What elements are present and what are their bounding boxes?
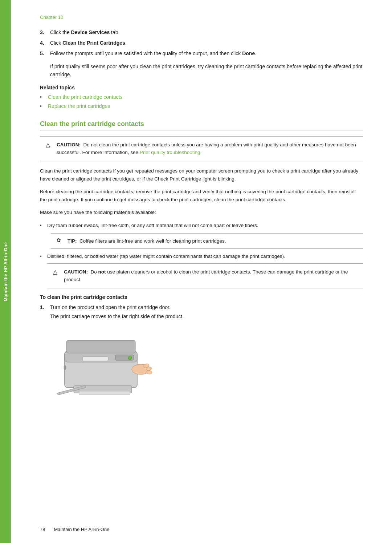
caution-text-2: CAUTION: Do not use platen cleaners or a… <box>64 268 357 284</box>
step-4-text: Click Clean the Print Cartridges. <box>50 39 363 47</box>
step-3-num: 3. <box>40 29 50 36</box>
svg-point-6 <box>128 356 132 360</box>
page-number: 78 <box>40 527 45 532</box>
procedure-step-1-sub: The print carriage moves to the far righ… <box>50 313 184 320</box>
steps-list: 3. Click the Device Services tab. 4. Cli… <box>40 29 363 57</box>
section-rule <box>40 130 363 130</box>
material-item-2: • Distilled, filtered, or bottled water … <box>40 252 363 260</box>
printer-illustration <box>54 329 163 406</box>
caution-box-2: △ CAUTION: Do not use platen cleaners or… <box>47 263 363 288</box>
caution-label-2: CAUTION: <box>64 269 88 275</box>
related-link-1[interactable]: Clean the print cartridge contacts <box>40 93 363 101</box>
procedure-heading: To clean the print cartridge contacts <box>40 294 363 300</box>
caution-not: not <box>98 269 106 275</box>
caution-box-1: △ CAUTION: Do not clean the print cartri… <box>40 136 363 161</box>
tip-label: TIP: <box>68 238 77 244</box>
svg-rect-7 <box>83 357 108 361</box>
material-text-2: Distilled, filtered, or bottled water (t… <box>47 252 285 260</box>
related-link-2[interactable]: Replace the print cartridges <box>40 102 363 110</box>
step-5-num: 5. <box>40 50 50 57</box>
related-topics-heading: Related topics <box>40 85 363 90</box>
step-3-bold: Device Services <box>71 29 110 35</box>
step-3: 3. Click the Device Services tab. <box>40 29 363 36</box>
step-5: 5. Follow the prompts until you are sati… <box>40 50 363 57</box>
step-5-done: Done <box>242 50 255 56</box>
caution-label-1: CAUTION: <box>57 142 81 147</box>
print-quality-link[interactable]: Print quality troubleshooting <box>140 150 200 155</box>
step-3-text: Click the Device Services tab. <box>50 29 363 36</box>
svg-rect-4 <box>79 391 130 395</box>
procedure-step-1-content: Turn on the product and open the print c… <box>50 304 363 320</box>
procedure-step-1: 1. Turn on the product and open the prin… <box>40 304 363 320</box>
caution-icon-1: △ <box>46 141 53 148</box>
svg-rect-13 <box>64 366 66 369</box>
tip-icon: ✿ <box>57 237 64 243</box>
page-footer: 78 Maintain the HP All-in-One <box>40 527 363 532</box>
tip-text: TIP: Coffee filters are lint-free and wo… <box>68 237 226 245</box>
body-para-2: Before cleaning the print cartridge cont… <box>40 188 363 203</box>
follow-up-paragraph: If print quality still seems poor after … <box>50 62 363 79</box>
procedure-step-1-num: 1. <box>40 304 50 320</box>
side-tab-label: Maintain the HP All-in-One <box>3 242 8 301</box>
bullet-1: • <box>40 222 47 230</box>
material-item-1: • Dry foam rubber swabs, lint-free cloth… <box>40 222 363 230</box>
body-para-3: Make sure you have the following materia… <box>40 208 363 216</box>
material-list: • Dry foam rubber swabs, lint-free cloth… <box>40 222 363 288</box>
replace-cartridges-link[interactable]: Replace the print cartridges <box>48 102 110 110</box>
procedure-step-1-text: Turn on the product and open the print c… <box>50 304 171 310</box>
main-content: Chapter 10 3. Click the Device Services … <box>11 0 392 543</box>
svg-rect-2 <box>66 340 135 353</box>
svg-point-11 <box>146 370 152 374</box>
procedure-steps: 1. Turn on the product and open the prin… <box>40 304 363 320</box>
caution-text-1: CAUTION: Do not clean the print cartridg… <box>57 141 357 157</box>
body-para-1: Clean the print cartridge contacts if yo… <box>40 167 363 183</box>
material-text-1: Dry foam rubber swabs, lint-free cloth, … <box>47 222 258 230</box>
side-tab: Maintain the HP All-in-One <box>0 0 11 543</box>
chapter-heading: Chapter 10 <box>40 15 363 20</box>
caution-icon-2: △ <box>53 268 60 275</box>
section-heading: Clean the print cartridge contacts <box>40 120 363 128</box>
tip-box: ✿ TIP: Coffee filters are lint-free and … <box>51 233 363 249</box>
step-4: 4. Click Clean the Print Cartridges. <box>40 39 363 47</box>
footer-text: Maintain the HP All-in-One <box>54 527 109 532</box>
related-topics-list: Clean the print cartridge contacts Repla… <box>40 93 363 110</box>
step-4-num: 4. <box>40 39 50 47</box>
step-5-text: Follow the prompts until you are satisfi… <box>50 50 363 57</box>
printer-image <box>50 328 166 408</box>
clean-contacts-link[interactable]: Clean the print cartridge contacts <box>48 93 122 101</box>
step-4-bold: Clean the Print Cartridges <box>62 40 125 46</box>
bullet-2: • <box>40 252 47 260</box>
